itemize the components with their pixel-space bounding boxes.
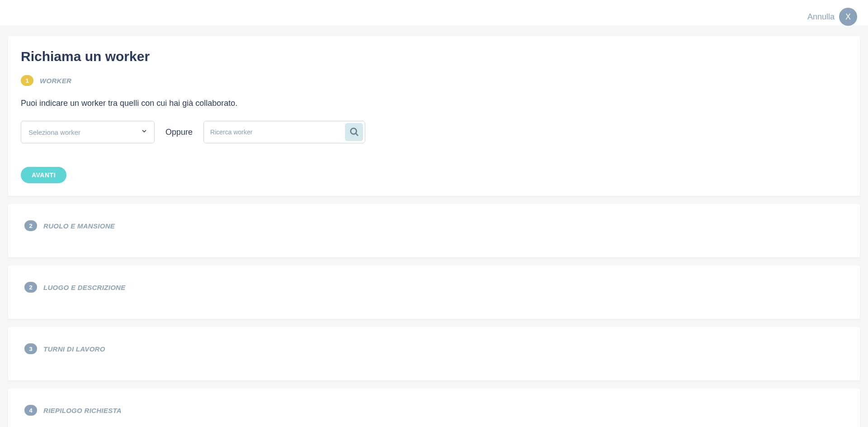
close-icon-label: X [845,12,851,22]
step-card-location: 2 LUOGO E DESCRIZIONE [8,266,860,319]
page-title: Richiama un worker [21,49,847,64]
step-header-4: 3 TURNI DI LAVORO [24,343,844,354]
search-icon [349,127,359,138]
step-card-shifts: 3 TURNI DI LAVORO [8,327,860,380]
cancel-link[interactable]: Annulla [807,12,835,22]
step-card-summary: 4 RIEPILOGO RICHIESTA [8,389,860,427]
step-card-worker: Richiama un worker 1 WORKER Puoi indicar… [8,36,860,196]
step-badge-1: 1 [21,75,33,86]
page-header: Annulla X [0,0,868,25]
step-badge-3: 2 [24,282,37,293]
or-separator: Oppure [165,128,193,137]
worker-form-row: Oppure [21,121,847,143]
search-button[interactable] [345,123,363,141]
search-worker-wrapper [203,121,365,143]
step-label-3: LUOGO E DESCRIZIONE [43,284,126,291]
svg-line-1 [356,133,358,135]
next-button[interactable]: AVANTI [21,167,66,183]
step-label-2: RUOLO E MANSIONE [43,222,115,230]
step-badge-2: 2 [24,220,37,231]
step-badge-4: 3 [24,343,37,354]
step-header-3: 2 LUOGO E DESCRIZIONE [24,282,844,293]
step-description: Puoi indicare un worker tra quelli con c… [21,99,847,108]
step-header-1: 1 WORKER [21,75,847,86]
step-card-role: 2 RUOLO E MANSIONE [8,204,860,257]
step-label-1: WORKER [40,77,71,85]
select-worker-wrapper [21,121,155,143]
step-label-4: TURNI DI LAVORO [43,345,105,353]
select-worker-dropdown[interactable] [21,121,155,143]
step-header-5: 4 RIEPILOGO RICHIESTA [24,405,844,416]
step-header-2: 2 RUOLO E MANSIONE [24,220,844,231]
step-badge-5: 4 [24,405,37,416]
main-container: Richiama un worker 1 WORKER Puoi indicar… [0,25,868,427]
search-worker-input[interactable] [210,128,345,136]
close-button[interactable]: X [839,8,857,26]
step-label-5: RIEPILOGO RICHIESTA [43,407,122,414]
